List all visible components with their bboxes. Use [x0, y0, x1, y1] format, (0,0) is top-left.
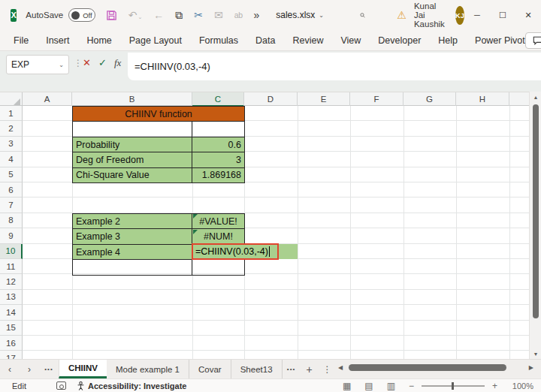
scroll-right-icon[interactable]: ▶: [529, 364, 533, 371]
user-name[interactable]: Kunal Jai Kaushik: [414, 2, 448, 29]
normal-view-icon[interactable]: ▦: [343, 381, 351, 391]
row-header-12[interactable]: 12: [0, 274, 23, 289]
row-header-1[interactable]: 1: [0, 106, 23, 121]
cell-B2[interactable]: [73, 122, 192, 136]
cell-B8[interactable]: Example 2: [73, 214, 192, 229]
vertical-scroll-thumb[interactable]: [533, 104, 539, 318]
name-box-chevron-icon[interactable]: ⌄: [59, 62, 64, 68]
cell-C11[interactable]: [192, 260, 244, 275]
sheet-tab-mode-example-1[interactable]: Mode example 1: [107, 360, 189, 378]
ribbon-tab-file[interactable]: File: [14, 35, 29, 46]
cancel-entry-button[interactable]: ✕: [83, 57, 91, 68]
row-header-10[interactable]: 10: [0, 244, 23, 259]
ribbon-tab-page-layout[interactable]: Page Layout: [129, 35, 182, 46]
document-title[interactable]: sales.xlsx ⌄: [276, 10, 324, 20]
close-button[interactable]: ✕: [515, 0, 541, 30]
col-header-F[interactable]: F: [350, 92, 403, 106]
cell-C9[interactable]: #NUM!: [192, 229, 244, 244]
page-layout-view-icon[interactable]: ▤: [364, 381, 373, 391]
select-all-corner[interactable]: [0, 92, 23, 107]
toolbar-overflow-icon[interactable]: »: [253, 10, 259, 20]
comments-button[interactable]: Comments: [525, 32, 541, 49]
cut-icon[interactable]: ✂: [194, 10, 203, 20]
zoom-slider-thumb[interactable]: [452, 382, 454, 390]
name-box[interactable]: EXP ⌄: [6, 55, 69, 74]
cell-C3[interactable]: 0.6: [192, 137, 244, 152]
sheet-nav-right-icon[interactable]: ›: [20, 364, 39, 375]
mail-icon[interactable]: ✉: [214, 10, 223, 20]
cell-C8[interactable]: #VALUE!: [192, 214, 244, 229]
autosave-toggle[interactable]: Off: [68, 8, 95, 22]
ribbon-tab-help[interactable]: Help: [438, 35, 458, 46]
cell-B11[interactable]: [73, 260, 192, 275]
active-cell-edit-box[interactable]: =CHIINV(0.03,-4): [192, 243, 279, 260]
row-header-16[interactable]: 16: [0, 336, 23, 351]
row-header-15[interactable]: 15: [0, 321, 23, 336]
cell-C4[interactable]: 3: [192, 152, 244, 167]
sheet-tab-sheet13[interactable]: Sheet13: [231, 360, 283, 378]
scroll-up-icon[interactable]: ▲: [530, 92, 541, 102]
row-header-17[interactable]: 17: [0, 351, 23, 359]
add-sheet-button[interactable]: +: [301, 360, 319, 378]
enter-entry-button[interactable]: ✓: [98, 57, 107, 68]
cell-B9[interactable]: Example 3: [73, 229, 192, 244]
undo-icon[interactable]: ↶⌄: [128, 10, 143, 20]
avatar[interactable]: KJ: [455, 6, 464, 25]
cell-B1-title[interactable]: CHIINV function: [73, 107, 244, 122]
scroll-down-icon[interactable]: ▼: [530, 348, 541, 359]
cell-B4[interactable]: Deg of Freedom: [73, 152, 192, 167]
ribbon-tab-formulas[interactable]: Formulas: [199, 35, 238, 46]
more-sheets-icon[interactable]: •••: [283, 360, 301, 378]
maximize-button[interactable]: ☐: [490, 0, 515, 30]
row-header-2[interactable]: 2: [0, 121, 23, 136]
sheet-tab-chiinv[interactable]: CHIINV: [59, 360, 107, 378]
page-break-view-icon[interactable]: ▥: [387, 381, 395, 391]
col-header-C[interactable]: C: [192, 92, 244, 107]
ribbon-tab-review[interactable]: Review: [292, 35, 323, 46]
col-header-H[interactable]: H: [456, 92, 509, 106]
row-header-8[interactable]: 8: [0, 213, 23, 228]
cell-C5[interactable]: 1.869168: [192, 168, 244, 182]
ribbon-tab-developer[interactable]: Developer: [378, 35, 421, 46]
horizontal-scrollbar[interactable]: ◀ ▶: [337, 361, 535, 375]
row-header-5[interactable]: 5: [0, 167, 23, 182]
ribbon-tab-power-pivot[interactable]: Power Pivot: [475, 35, 525, 46]
sheet-tab-covar[interactable]: Covar: [189, 360, 231, 378]
sheet-options-icon[interactable]: ⋮: [319, 360, 337, 378]
horizontal-scroll-thumb[interactable]: [349, 364, 506, 371]
col-header-E[interactable]: E: [298, 92, 350, 106]
ribbon-tab-data[interactable]: Data: [255, 35, 275, 46]
cell-C2[interactable]: [192, 122, 244, 136]
formula-input[interactable]: =CHIINV(0.03,-4): [128, 53, 541, 80]
minimize-button[interactable]: ─: [464, 0, 490, 30]
row-header-3[interactable]: 3: [0, 137, 23, 152]
cell-B5[interactable]: Chi-Square Value: [73, 168, 192, 182]
ribbon-tab-insert[interactable]: Insert: [46, 35, 69, 46]
col-header-G[interactable]: G: [403, 92, 456, 106]
back-arrow-icon[interactable]: ←: [153, 10, 164, 20]
cell-B3[interactable]: Probability: [73, 137, 192, 152]
zoom-slider[interactable]: [422, 385, 485, 387]
row-header-13[interactable]: 13: [0, 290, 23, 305]
vertical-scrollbar[interactable]: ▲ ▼: [529, 92, 541, 359]
row-header-9[interactable]: 9: [0, 228, 23, 243]
copy-icon[interactable]: ⧉: [175, 10, 183, 20]
row-header-6[interactable]: 6: [0, 182, 23, 198]
ribbon-tab-view[interactable]: View: [340, 35, 361, 46]
zoom-out-button[interactable]: −: [409, 381, 414, 391]
sheet-nav-left-icon[interactable]: ‹: [0, 364, 20, 375]
col-header-B[interactable]: B: [72, 92, 192, 106]
zoom-level[interactable]: 100%: [508, 381, 533, 390]
scroll-left-icon[interactable]: ◀: [338, 364, 343, 371]
undo-dropdown-icon[interactable]: ⌄: [138, 14, 142, 20]
insert-function-button[interactable]: fx: [114, 57, 121, 69]
col-header-A[interactable]: A: [23, 92, 72, 106]
ribbon-tab-home[interactable]: Home: [86, 35, 111, 46]
macro-record-icon[interactable]: [56, 381, 66, 390]
excel-app-icon[interactable]: X: [11, 9, 17, 22]
zoom-in-button[interactable]: +: [492, 381, 497, 391]
col-header-D[interactable]: D: [244, 92, 298, 106]
search-icon[interactable]: [360, 10, 365, 21]
sheet-list-icon[interactable]: •••: [39, 366, 59, 372]
row-header-7[interactable]: 7: [0, 198, 23, 213]
